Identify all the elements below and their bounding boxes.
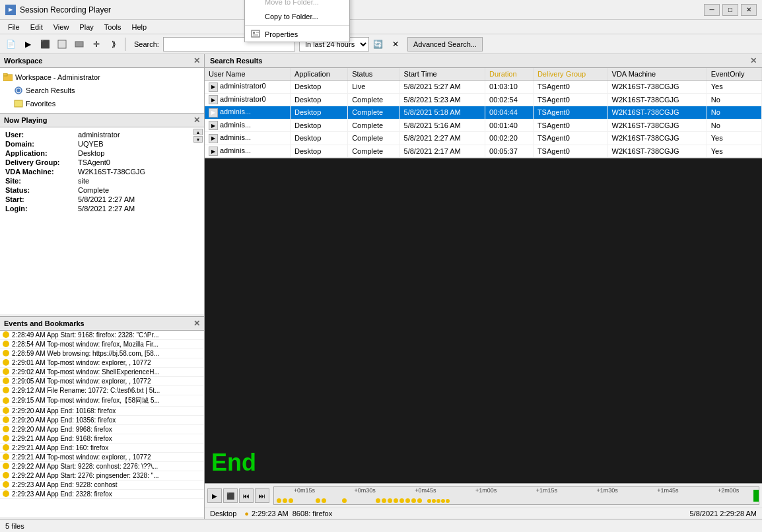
svg-rect-7: [15, 100, 22, 107]
svg-rect-9: [253, 32, 255, 34]
search-results-label: Search Results: [26, 86, 75, 94]
tree-item-favorites[interactable]: Favorites: [3, 97, 201, 110]
menu-edit[interactable]: Edit: [25, 22, 48, 32]
advanced-search-button[interactable]: Advanced Search...: [407, 37, 483, 51]
scroll-down-btn[interactable]: ▼: [193, 136, 203, 143]
event-row[interactable]: 2:29:20 AM App End: 9968: firefox: [0, 425, 204, 434]
favorites-label: Favorites: [26, 100, 55, 108]
cell-application: Desktop: [290, 81, 347, 94]
cell-duration: 00:02:20: [485, 132, 534, 145]
event-row[interactable]: 2:29:23 AM App End: 2328: firefox: [0, 490, 204, 499]
event-text: 2:29:15 AM Top-most window: firefox,【58同…: [12, 396, 160, 405]
table-row[interactable]: ▶adminis... Desktop Complete 5/8/2021 5:…: [205, 106, 762, 119]
timeline-dot-4: [316, 498, 320, 503]
col-vdamachine[interactable]: VDA Machine: [607, 68, 707, 81]
event-row[interactable]: 2:28:54 AM Top-most window: firefox, Moz…: [0, 340, 204, 349]
menu-view[interactable]: View: [48, 22, 75, 32]
workspace-section: Workspace ✕ Workspace - Administrator Se…: [0, 54, 204, 114]
context-menu-properties[interactable]: Properties: [245, 27, 349, 42]
row-icon: ▶: [209, 95, 218, 104]
toolbar-move-btn[interactable]: ✛: [88, 36, 104, 52]
workspace-close-btn[interactable]: ✕: [193, 56, 200, 65]
svg-rect-1: [59, 41, 65, 48]
timeline-rewind-btn[interactable]: ⏮: [239, 488, 254, 503]
now-playing-close-btn[interactable]: ✕: [193, 116, 200, 125]
scroll-up-btn[interactable]: ▲: [193, 129, 203, 135]
cell-duration: 00:02:54: [485, 93, 534, 106]
search-results-close-btn[interactable]: ✕: [750, 56, 757, 65]
event-text: 2:29:05 AM Top-most window: explorer, , …: [12, 378, 151, 385]
menu-help[interactable]: Help: [126, 22, 152, 32]
event-row[interactable]: 2:29:21 AM App End: 160: firefox: [0, 444, 204, 453]
event-row[interactable]: 2:28:49 AM App Start: 9168: firefox: 232…: [0, 331, 204, 340]
event-row[interactable]: 2:29:23 AM App End: 9228: conhost: [0, 481, 204, 490]
event-text: 2:28:49 AM App Start: 9168: firefox: 232…: [12, 331, 159, 339]
toolbar-record-btn[interactable]: [54, 36, 70, 52]
close-button[interactable]: ✕: [741, 4, 757, 16]
col-starttime[interactable]: Start Time: [399, 68, 485, 81]
event-row[interactable]: 2:29:20 AM App End: 10168: firefox: [0, 407, 204, 416]
col-username[interactable]: User Name: [205, 68, 290, 81]
table-row[interactable]: ▶administrator0 Desktop Complete 5/8/202…: [205, 93, 762, 106]
table-row[interactable]: ▶adminis... Desktop Complete 5/8/2021 5:…: [205, 119, 762, 132]
np-user-value: administrator: [78, 131, 120, 139]
context-menu-movetofolder[interactable]: Move to Folder...: [245, 0, 349, 9]
event-row[interactable]: 2:28:59 AM Web browsing: https://bj.58.c…: [0, 349, 204, 358]
cell-username: ▶adminis...: [205, 119, 290, 132]
event-text: 2:29:23 AM App End: 2328: firefox: [12, 490, 112, 498]
cell-starttime: 5/8/2021 5:18 AM: [399, 106, 485, 119]
event-row[interactable]: 2:29:21 AM Top-most window: explorer, , …: [0, 453, 204, 462]
events-close-btn[interactable]: ✕: [193, 319, 200, 328]
toolbar-open-btn[interactable]: ▶: [20, 36, 36, 52]
event-row[interactable]: 2:29:02 AM Top-most window: ShellExperie…: [0, 368, 204, 377]
workspace-folder-icon: [3, 72, 13, 83]
workspace-root-label: Workspace - Administrator: [15, 73, 100, 81]
event-row[interactable]: 2:29:01 AM Top-most window: explorer, , …: [0, 358, 204, 368]
minimize-button[interactable]: ─: [704, 4, 720, 16]
timeline-stop-btn[interactable]: ⬛: [223, 488, 238, 503]
event-row[interactable]: 2:29:22 AM App Start: 2276: pingsender: …: [0, 471, 204, 481]
toolbar-highlight-btn[interactable]: [71, 36, 87, 52]
cell-deliverygroup: TSAgent0: [533, 119, 607, 132]
cell-eventonly: No: [707, 106, 761, 119]
event-row[interactable]: 2:29:15 AM Top-most window: firefox,【58同…: [0, 395, 204, 407]
timeline-play-btn[interactable]: ▶: [207, 488, 222, 503]
col-deliverygroup[interactable]: Delivery Group: [533, 68, 607, 81]
event-row[interactable]: 2:29:22 AM App Start: 9228: conhost: 227…: [0, 462, 204, 471]
toolbar-cancel-btn[interactable]: ✕: [388, 36, 403, 52]
toolbar-refresh-btn[interactable]: 🔄: [370, 36, 386, 52]
tree-item-workspace[interactable]: Workspace - Administrator: [3, 71, 201, 84]
tree-item-search-results[interactable]: Search Results: [3, 84, 201, 97]
cell-application: Desktop: [290, 119, 347, 132]
cell-starttime: 5/8/2021 2:17 AM: [399, 145, 485, 158]
col-application[interactable]: Application: [290, 68, 347, 81]
toolbar-new-btn[interactable]: 📄: [3, 36, 18, 52]
events-content[interactable]: 2:28:49 AM App Start: 9168: firefox: 232…: [0, 331, 204, 517]
event-row[interactable]: 2:29:20 AM App End: 10356: firefox: [0, 416, 204, 425]
event-row[interactable]: 2:29:21 AM App End: 9168: firefox: [0, 434, 204, 444]
timeline-area: ▶ ⬛ ⏮ ⏭ +0m15s +0m30s +0m45s +1m00s +1m1…: [205, 483, 762, 519]
toolbar-stop-btn[interactable]: ⬛: [37, 36, 53, 52]
cell-vdamachine: W2K16ST-738CGJG: [607, 119, 707, 132]
timeline-dot-1: [277, 498, 281, 503]
np-start-row: Start: 5/8/2021 2:27 AM: [5, 195, 199, 204]
search-results-title: Search Results: [210, 57, 262, 65]
maximize-button[interactable]: □: [722, 4, 738, 16]
event-row[interactable]: 2:29:05 AM Top-most window: explorer, , …: [0, 377, 204, 386]
col-status[interactable]: Status: [348, 68, 399, 81]
menu-play[interactable]: Play: [74, 22, 98, 32]
col-duration[interactable]: Duration: [485, 68, 534, 81]
table-row[interactable]: ▶adminis... Desktop Complete 5/8/2021 2:…: [205, 132, 762, 145]
timeline-track[interactable]: +0m15s +0m30s +0m45s +1m00s +1m15s +1m30…: [273, 486, 759, 505]
col-eventonly[interactable]: EventOnly: [707, 68, 761, 81]
context-menu-copytofolder[interactable]: Copy to Folder...: [245, 9, 349, 24]
cell-application: Desktop: [290, 145, 347, 158]
table-row[interactable]: ▶administrator0 Desktop Live 5/8/2021 5:…: [205, 81, 762, 94]
timeline-forward-btn[interactable]: ⏭: [255, 488, 269, 503]
menu-file[interactable]: File: [3, 22, 25, 32]
toolbar-forward-btn[interactable]: ⟫: [106, 36, 121, 52]
toolbar-sep-1: [125, 38, 125, 51]
menu-tools[interactable]: Tools: [99, 22, 127, 32]
event-row[interactable]: 2:29:12 AM File Rename: 10772: C:\test\6…: [0, 386, 204, 395]
table-row[interactable]: ▶adminis... Desktop Complete 5/8/2021 2:…: [205, 145, 762, 158]
